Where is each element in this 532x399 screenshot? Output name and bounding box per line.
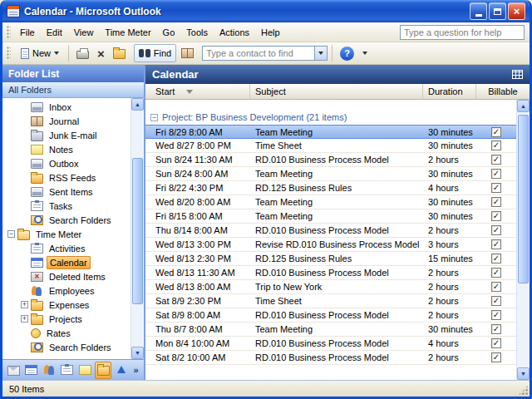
scroll-down-button[interactable]: ▼	[517, 367, 530, 380]
minimize-button[interactable]	[470, 2, 487, 20]
table-row[interactable]: Sat 8/9 2:30 PMTime Sheet2 hours✓	[145, 294, 516, 308]
contacts-shortcut-button[interactable]	[41, 362, 58, 379]
folder-item-inbox[interactable]: Inbox	[2, 100, 131, 114]
table-row[interactable]: Wed 8/13 3:00 PMRevise RD.010 Business P…	[145, 238, 516, 252]
new-dropdown-caret-icon[interactable]	[54, 52, 59, 55]
new-button[interactable]: New	[16, 44, 64, 62]
folder-item-search-folders[interactable]: Search Folders	[2, 340, 131, 354]
folder-item-tasks[interactable]: Tasks	[2, 199, 131, 213]
menu-item-view[interactable]: View	[68, 24, 100, 41]
resize-grip[interactable]	[518, 385, 529, 396]
address-book-button[interactable]	[178, 44, 200, 62]
folder-item-outbox[interactable]: Outbox	[2, 156, 131, 170]
billable-checkbox[interactable]: ✓	[491, 239, 501, 249]
menu-item-time-meter[interactable]: Time Meter	[99, 24, 156, 41]
folder-item-employees[interactable]: Employees	[2, 283, 131, 298]
shortcuts-shortcut-button[interactable]	[112, 362, 130, 379]
all-folders-header[interactable]: All Folders	[2, 82, 144, 98]
column-header-subject[interactable]: Subject	[250, 84, 423, 99]
close-button[interactable]: ×	[508, 2, 525, 20]
folder-item-rss-feeds[interactable]: RSS Feeds	[2, 170, 131, 185]
folder-item-journal[interactable]: Journal	[2, 114, 131, 128]
scrollbar-track[interactable]	[517, 112, 530, 367]
scrollbar-thumb[interactable]	[132, 158, 143, 304]
table-row[interactable]: Fri 8/15 8:00 AMTeam Meeting30 minutes✓	[145, 209, 516, 224]
table-row[interactable]: Sat 8/2 10:00 AMRD.010 Business Process …	[145, 351, 516, 365]
configure-buttons-shortcut-button[interactable]: »	[131, 362, 141, 379]
help-button[interactable]: ?	[337, 44, 357, 62]
folder-item-deleted-items[interactable]: Deleted Items	[2, 269, 131, 283]
scroll-up-button[interactable]: ▲	[131, 98, 144, 111]
table-row[interactable]: Fri 8/22 4:30 PMRD.125 Business Rules4 h…	[145, 181, 516, 195]
billable-checkbox[interactable]: ✓	[491, 183, 501, 193]
tasks-shortcut-button[interactable]	[59, 362, 76, 379]
scroll-up-button[interactable]: ▲	[517, 100, 530, 112]
menu-item-go[interactable]: Go	[157, 24, 181, 41]
folder-list-shortcut-button[interactable]	[95, 362, 112, 379]
folder-item-time-meter[interactable]: −Time Meter	[2, 227, 131, 241]
contact-dropdown-button[interactable]	[315, 46, 328, 61]
table-row[interactable]: Sun 8/24 11:30 AMRD.010 Business Process…	[145, 153, 516, 167]
scroll-down-button[interactable]: ▼	[131, 347, 144, 359]
billable-checkbox[interactable]: ✓	[491, 211, 501, 221]
folder-tree-scrollbar[interactable]: ▲ ▼	[131, 98, 144, 359]
scrollbar-thumb[interactable]	[518, 115, 529, 283]
billable-checkbox[interactable]: ✓	[491, 310, 501, 320]
menu-item-edit[interactable]: Edit	[41, 24, 68, 41]
billable-checkbox[interactable]: ✓	[491, 225, 501, 235]
expander-plus-icon[interactable]: +	[21, 315, 28, 323]
table-row[interactable]: Wed 8/20 8:00 AMTeam Meeting30 minutes✓	[145, 195, 516, 209]
group-header[interactable]: − Project: BP Business Development (21 i…	[145, 110, 516, 125]
billable-checkbox[interactable]: ✓	[491, 127, 501, 137]
mail-shortcut-button[interactable]	[5, 362, 22, 379]
billable-checkbox[interactable]: ✓	[491, 268, 501, 278]
billable-checkbox[interactable]: ✓	[491, 324, 501, 334]
table-row[interactable]: Sun 8/24 8:00 AMTeam Meeting30 minutes✓	[145, 167, 516, 181]
delete-button[interactable]: ×	[94, 44, 108, 62]
table-row[interactable]: Wed 8/13 11:30 AMRD.010 Business Process…	[145, 266, 516, 280]
column-header-duration[interactable]: Duration	[423, 84, 476, 99]
folder-item-rates[interactable]: Rates	[2, 326, 131, 340]
maximize-button[interactable]	[489, 2, 506, 20]
table-row[interactable]: Wed 8/13 8:00 AMTrip to New York2 hours✓	[145, 280, 516, 294]
table-row[interactable]: Fri 8/29 8:00 AMTeam Meeting30 minutes✓	[145, 125, 516, 139]
table-row[interactable]: Thu 8/7 8:00 AMTeam Meeting30 minutes✓	[145, 323, 516, 337]
grid-scrollbar[interactable]: ▲ ▼	[516, 100, 530, 380]
move-to-folder-button[interactable]	[110, 44, 132, 62]
find-button[interactable]: Find	[134, 44, 176, 62]
billable-checkbox[interactable]: ✓	[491, 155, 501, 165]
notes-shortcut-button[interactable]	[76, 362, 94, 379]
folder-item-projects[interactable]: +Projects	[2, 312, 131, 326]
menu-item-actions[interactable]: Actions	[214, 24, 255, 41]
column-header-billable[interactable]: Billable	[476, 84, 530, 99]
menu-bar-grip[interactable]	[7, 26, 11, 39]
view-grid-icon[interactable]	[512, 70, 523, 79]
table-row[interactable]: Wed 8/13 2:30 PMRD.125 Business Rules15 …	[145, 252, 516, 266]
collapse-group-icon[interactable]: −	[150, 114, 158, 121]
ask-question-input[interactable]	[400, 25, 525, 40]
billable-checkbox[interactable]: ✓	[491, 169, 501, 179]
billable-checkbox[interactable]: ✓	[491, 197, 501, 207]
table-row[interactable]: Mon 8/4 10:00 AMRD.010 Business Process …	[145, 337, 516, 351]
folder-item-calendar[interactable]: Calendar	[2, 255, 131, 269]
table-row[interactable]: Thu 8/14 8:00 AMRD.010 Business Process …	[145, 224, 516, 238]
folder-item-junk-e-mail[interactable]: Junk E-mail	[2, 128, 131, 142]
billable-checkbox[interactable]: ✓	[491, 352, 501, 362]
billable-checkbox[interactable]: ✓	[491, 282, 501, 292]
billable-checkbox[interactable]: ✓	[491, 254, 501, 264]
expander-minus-icon[interactable]: −	[7, 230, 15, 238]
expander-plus-icon[interactable]: +	[21, 301, 28, 308]
billable-checkbox[interactable]: ✓	[491, 296, 501, 306]
column-header-start[interactable]: Start	[145, 84, 250, 99]
title-bar[interactable]: Calendar - Microsoft Outlook ×	[2, 0, 530, 22]
contact-search-input[interactable]	[202, 46, 315, 61]
toolbar-grip[interactable]	[7, 47, 11, 60]
scrollbar-track[interactable]	[131, 111, 144, 347]
menu-item-file[interactable]: File	[14, 24, 41, 41]
folder-item-sent-items[interactable]: Sent Items	[2, 185, 131, 199]
toolbar-options-button[interactable]	[359, 44, 371, 62]
folder-item-expenses[interactable]: +Expenses	[2, 298, 131, 312]
table-row[interactable]: Sat 8/9 8:00 AMRD.010 Business Process M…	[145, 308, 516, 323]
menu-item-help[interactable]: Help	[255, 24, 286, 41]
billable-checkbox[interactable]: ✓	[491, 338, 501, 348]
